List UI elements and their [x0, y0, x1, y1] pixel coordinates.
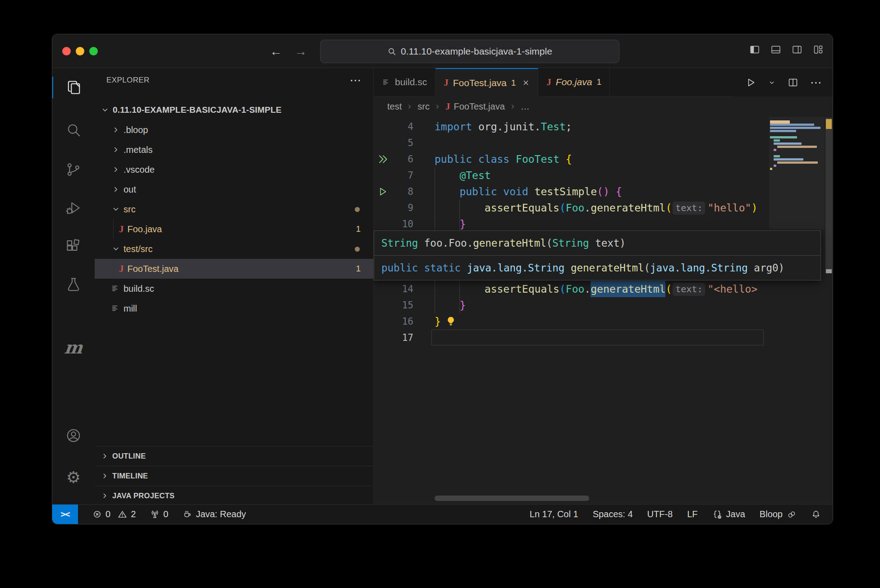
minimap-line [774, 139, 780, 142]
status-bloop-status[interactable]: Bloop [760, 509, 797, 519]
modified-dot-badge [355, 247, 360, 252]
forward-button[interactable]: → [293, 43, 309, 60]
code-line-7[interactable]: 7 @Test [374, 167, 833, 184]
code-line-5[interactable]: 5 [374, 135, 833, 151]
code-token: } [459, 216, 466, 232]
more-actions-icon[interactable]: ⋯ [810, 78, 822, 87]
file-icon [382, 78, 390, 87]
activity-item-accounts[interactable] [52, 425, 95, 446]
code-token: } [435, 313, 441, 330]
minimap-slider[interactable] [769, 117, 825, 230]
tree-root-folder[interactable]: 0.11.10-EXAMPLE-BASICJAVA-1-SIMPLE [95, 100, 373, 120]
code-line-16[interactable]: 16} [374, 313, 833, 330]
maximize-window-button[interactable] [89, 47, 98, 55]
tab-label: Foo.java [556, 77, 592, 87]
tree-item-footest-java[interactable]: JFooTest.java1 [95, 259, 373, 279]
tree-item--bloop[interactable]: .bloop [95, 120, 373, 140]
code-token: ( [644, 262, 651, 274]
toggle-panel-button[interactable] [770, 44, 781, 55]
status-eol[interactable]: LF [687, 509, 697, 519]
code-token: . [584, 200, 591, 216]
tab-foo-java[interactable]: JFoo.java1 [538, 68, 610, 96]
code-line-15[interactable]: 15 } [374, 297, 833, 313]
toggle-sidebar-button[interactable] [749, 44, 760, 55]
code-editor[interactable]: 4import org.junit.Test;56public class Fo… [374, 117, 833, 504]
run-test-icon[interactable] [374, 153, 392, 165]
code-token: . [584, 281, 591, 297]
close-icon[interactable] [522, 79, 530, 87]
activity-item-run-debug[interactable] [52, 197, 95, 219]
scrollbar-thumb[interactable] [825, 118, 832, 273]
remote-indicator[interactable]: >< [52, 505, 78, 524]
minimize-window-button[interactable] [76, 47, 84, 55]
scrollbar-vertical[interactable] [825, 117, 833, 504]
tree-item-build-sc[interactable]: build.sc [95, 279, 373, 299]
run-button[interactable] [745, 77, 756, 88]
code-token: Test [541, 119, 565, 135]
customize-layout-button[interactable] [813, 44, 824, 55]
minimap-line [777, 161, 818, 164]
code-line-6[interactable]: 6public class FooTest { [374, 151, 833, 167]
status-error-count: 0 [105, 509, 110, 519]
split-editor-button[interactable] [788, 77, 798, 88]
command-center[interactable]: 0.11.10-example-basicjava-1-simple [320, 40, 619, 63]
code-token [435, 216, 459, 232]
status-java-status[interactable]: Java: Ready [183, 509, 246, 519]
activity-item-testing[interactable] [52, 274, 95, 295]
toggle-secondary-sidebar-button[interactable] [792, 44, 802, 55]
tab-footest-java[interactable]: JFooTest.java1 [435, 68, 538, 96]
activity-item-settings[interactable]: ⚙ [52, 467, 95, 488]
code-text: } [435, 313, 441, 330]
code-line-9[interactable]: 9 assertEquals(Foo.generateHtml(text:"he… [374, 200, 833, 216]
sidebar-section-outline[interactable]: OUTLINE [95, 446, 373, 466]
breadcrumb-label: src [417, 101, 430, 112]
status-indentation[interactable]: Spaces: 4 [593, 509, 633, 519]
minimap[interactable] [769, 117, 825, 504]
activity-item-metals[interactable]: m [52, 337, 95, 358]
minimap-line [770, 168, 772, 170]
sidebar-section-java-projects[interactable]: JAVA PROJECTS [95, 486, 373, 505]
more-actions-icon[interactable]: ⋯ [350, 76, 362, 85]
activity-item-search[interactable] [52, 119, 95, 141]
tree-item--metals[interactable]: .metals [95, 140, 373, 160]
tree-item-foo-java[interactable]: JFoo.java1 [95, 219, 373, 239]
close-window-button[interactable] [62, 47, 71, 55]
breadcrumb-item[interactable]: … [521, 101, 530, 112]
status-right: Ln 17, Col 1Spaces: 4UTF-8LFJavaBloop [530, 509, 833, 519]
tab-build-sc[interactable]: build.sc [374, 68, 435, 96]
tree-item-label: build.sc [124, 284, 154, 294]
scrollbar-horizontal-thumb[interactable] [435, 496, 589, 501]
status-ports[interactable]: 0 [150, 509, 168, 519]
status-notifications[interactable] [811, 510, 821, 519]
run-dropdown-button[interactable] [768, 78, 776, 87]
error-icon [92, 510, 102, 519]
status-language-mode[interactable]: Java [712, 509, 745, 519]
breadcrumb-item[interactable]: src [417, 101, 430, 112]
code-line-4[interactable]: 4import org.junit.Test; [374, 119, 833, 135]
chevron-right-icon [112, 185, 120, 193]
run-test-icon[interactable] [374, 186, 392, 197]
status-encoding[interactable]: UTF-8 [647, 509, 673, 519]
tree-item-out[interactable]: out [95, 179, 373, 199]
activity-item-extensions[interactable] [52, 235, 95, 257]
status-cursor-position[interactable]: Ln 17, Col 1 [530, 509, 578, 519]
code-token [509, 151, 516, 167]
breadcrumb-item[interactable]: test [387, 101, 402, 112]
lightbulb-icon[interactable] [445, 315, 457, 328]
code-line-14[interactable]: 14 assertEquals(Foo.generateHtml(text:"<… [374, 281, 833, 297]
tree-item-label: out [124, 184, 136, 195]
breadcrumb-item[interactable]: JFooTest.java [445, 101, 505, 112]
tree-item-test-src[interactable]: test/src [95, 239, 373, 259]
back-button[interactable]: ← [268, 43, 284, 60]
code-line-17[interactable]: 17 [374, 330, 833, 346]
tree-item-mill[interactable]: mill [95, 299, 373, 318]
sidebar-section-timeline[interactable]: TIMELINE [95, 466, 373, 486]
activity-item-source-control[interactable] [52, 159, 95, 180]
line-number: 16 [392, 316, 413, 327]
activity-item-explorer[interactable] [52, 77, 96, 98]
code-line-8[interactable]: 8 public void testSimple() { [374, 184, 833, 200]
status-problems[interactable]: 02 [92, 509, 136, 519]
code-line-10[interactable]: 10 } [374, 216, 833, 232]
tree-item--vscode[interactable]: .vscode [95, 160, 373, 179]
tree-item-src[interactable]: src [95, 199, 373, 219]
